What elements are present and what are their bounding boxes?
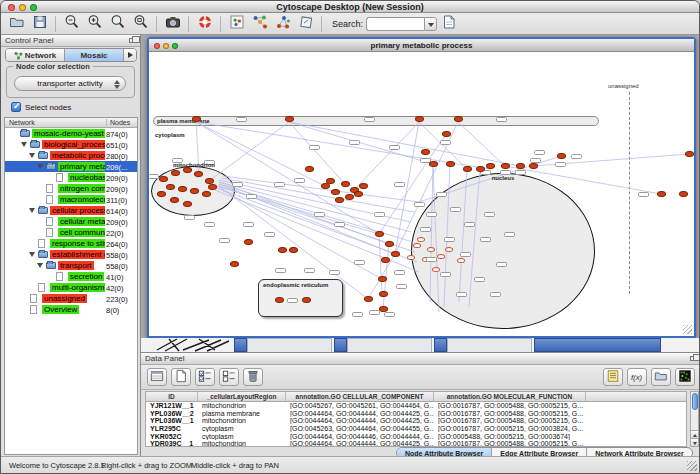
network-node[interactable] — [429, 161, 438, 167]
network-view-titlebar[interactable]: primary metabolic process — [149, 39, 694, 52]
network-edge[interactable] — [433, 166, 439, 312]
network-node[interactable] — [166, 184, 175, 190]
attribute-uncheck-button[interactable] — [219, 368, 239, 386]
view-zoom-button[interactable] — [172, 43, 178, 49]
node-color-dropdown[interactable]: transporter activity — [14, 76, 126, 91]
tree-row[interactable]: macromolecule311(0) — [5, 194, 137, 205]
network-node[interactable] — [157, 191, 166, 197]
network-edge[interactable] — [289, 122, 520, 166]
network-node[interactable] — [331, 189, 340, 195]
network-edge[interactable] — [289, 122, 433, 164]
tree-row[interactable]: cellular process614(0) — [5, 205, 137, 216]
scroll-down-button[interactable] — [691, 438, 698, 446]
zoom-selected-button[interactable] — [106, 14, 129, 33]
network-node-outline[interactable] — [413, 243, 421, 248]
network-node[interactable] — [364, 296, 373, 302]
save-session-button[interactable] — [28, 14, 51, 33]
layout-b-button[interactable] — [271, 14, 294, 33]
search-dropdown-icon[interactable] — [424, 17, 437, 31]
network-node[interactable] — [476, 166, 485, 172]
view-close-button[interactable] — [154, 43, 160, 49]
network-node[interactable] — [657, 191, 666, 197]
zoom-in-button[interactable] — [83, 14, 106, 33]
network-node[interactable] — [442, 131, 451, 137]
attribute-delete-button[interactable] — [243, 368, 263, 386]
network-node[interactable] — [335, 197, 344, 203]
network-node[interactable] — [454, 116, 463, 122]
help-button[interactable] — [193, 14, 216, 33]
network-node[interactable] — [501, 163, 510, 169]
table-row[interactable]: YPL036W__1mitochondrion[GO:0044464, GO:0… — [146, 417, 686, 425]
network-node[interactable] — [359, 183, 368, 189]
tree-row[interactable]: nitrogen compo209(0) — [5, 183, 137, 194]
background-window-edge[interactable] — [234, 338, 247, 352]
import-attributes-button[interactable] — [651, 368, 671, 386]
network-node[interactable] — [183, 201, 192, 207]
network-canvas[interactable]: plasma membrane cytoplasm mitochondrion … — [149, 52, 694, 336]
network-node[interactable] — [415, 116, 424, 122]
network-view-window[interactable]: primary metabolic process plasma membran… — [147, 37, 696, 338]
network-edge[interactable] — [430, 164, 433, 302]
zoom-fit-button[interactable] — [129, 14, 152, 33]
minimize-button[interactable] — [19, 4, 26, 11]
network-node-outline[interactable] — [445, 247, 453, 252]
network-node[interactable] — [170, 197, 179, 203]
network-node-outline[interactable] — [457, 258, 465, 263]
table-row[interactable]: YKR052Ccytoplasm[GO:0044464, GO:0044446,… — [146, 432, 686, 440]
network-node[interactable] — [379, 291, 388, 297]
network-edge[interactable] — [219, 182, 389, 244]
attribute-list-button[interactable] — [603, 368, 623, 386]
expander-icon[interactable] — [29, 208, 35, 213]
expander-icon[interactable] — [37, 263, 43, 268]
network-node[interactable] — [302, 297, 311, 303]
network-node[interactable] — [679, 191, 688, 197]
network-edge[interactable] — [379, 234, 382, 294]
tree-row[interactable]: secretion41(0) — [5, 271, 137, 282]
network-node[interactable] — [557, 153, 566, 159]
open-file-button[interactable] — [5, 14, 28, 33]
network-node[interactable] — [192, 116, 201, 122]
tree-row[interactable]: response to stimul264(0) — [5, 238, 137, 249]
network-node[interactable] — [305, 166, 314, 172]
annotation-button[interactable] — [294, 14, 317, 33]
tree-row[interactable]: Overview8(0) — [5, 304, 137, 315]
network-node[interactable] — [190, 188, 199, 194]
function-builder-button[interactable]: f(x) — [627, 368, 647, 386]
tab-overflow-arrow[interactable] — [124, 49, 136, 61]
tree-row[interactable]: nucleobase-209(0) — [5, 172, 137, 183]
tree-row[interactable]: metabolic process280(0) — [5, 150, 137, 161]
network-node[interactable] — [194, 171, 203, 177]
network-node[interactable] — [345, 194, 354, 200]
tree-row[interactable]: multi-organism pro42(0) — [5, 282, 137, 293]
network-node[interactable] — [385, 241, 394, 247]
network-node[interactable] — [529, 163, 538, 169]
network-node[interactable] — [379, 306, 388, 312]
network-edge[interactable] — [469, 169, 480, 307]
float-panel-icon[interactable] — [129, 38, 135, 43]
table-scrollbar[interactable] — [690, 391, 699, 447]
tab-network[interactable]: Network — [6, 49, 65, 61]
network-node[interactable] — [486, 163, 495, 169]
column-layout-region[interactable]: _cellularLayoutRegion — [198, 392, 286, 401]
network-node[interactable] — [285, 116, 294, 122]
network-node[interactable] — [278, 247, 287, 253]
network-edge[interactable] — [458, 122, 505, 166]
network-node[interactable] — [202, 191, 211, 197]
background-window-titlebar[interactable] — [534, 338, 661, 352]
column-cellular-component[interactable]: annotation.GO CELLULAR_COMPONENT — [286, 392, 434, 401]
network-node[interactable] — [375, 231, 384, 237]
search-settings-button[interactable] — [437, 14, 460, 33]
expander-icon[interactable] — [21, 142, 27, 147]
network-node[interactable] — [275, 297, 284, 303]
matrix-button[interactable] — [675, 368, 695, 386]
column-molecular-function[interactable]: annotation.GO MOLECULAR_FUNCTION — [434, 392, 586, 401]
background-window-preview[interactable] — [447, 338, 532, 352]
attribute-create-button[interactable] — [171, 368, 191, 386]
tree-row[interactable]: unassigned223(0) — [5, 293, 137, 304]
window-titlebar[interactable]: Cytoscape Desktop (New Session) — [1, 1, 699, 13]
layout-a-button[interactable] — [248, 14, 271, 33]
app-resize-grip[interactable] — [687, 461, 697, 471]
network-node[interactable] — [378, 276, 387, 282]
tree-row[interactable]: establishment of lo558(0) — [5, 249, 137, 260]
zoom-button[interactable] — [30, 4, 37, 11]
